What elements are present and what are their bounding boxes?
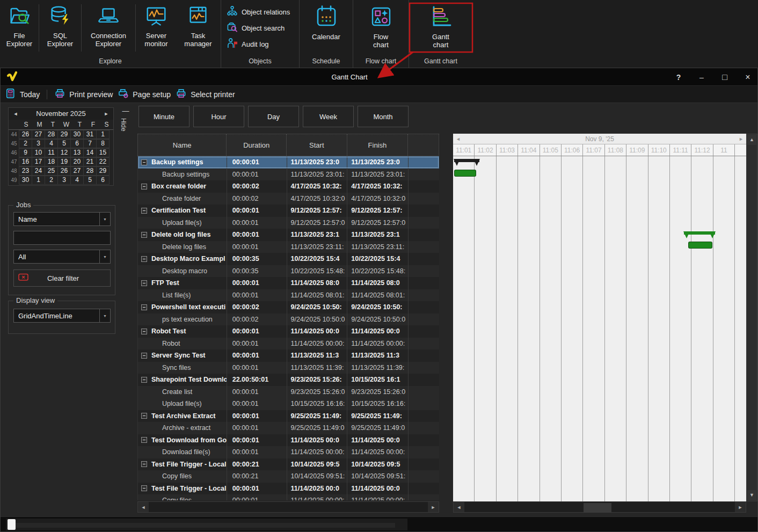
scroll-left-icon[interactable]: ◄ — [138, 502, 149, 512]
calendar-day-cell[interactable]: 1 — [96, 130, 110, 139]
calendar-day-cell[interactable]: 23 — [19, 166, 32, 176]
calendar-day-cell[interactable]: 16 — [19, 157, 32, 166]
calendar-day-cell[interactable]: 4 — [70, 176, 84, 185]
calendar-day-cell[interactable]: 27 — [70, 166, 84, 176]
table-row[interactable]: ps text execution00:00:029/24/2025 10:50… — [138, 314, 439, 326]
gantt-summary-bar[interactable] — [454, 159, 479, 166]
collapse-icon[interactable] — [141, 256, 147, 262]
collapse-icon[interactable] — [141, 329, 147, 334]
calendar-day-cell[interactable]: 27 — [32, 130, 45, 139]
collapse-icon[interactable] — [141, 413, 147, 419]
table-row[interactable]: Test File Trigger - Local00:00:0111/14/2… — [138, 483, 439, 495]
calendar-day-cell[interactable]: 18 — [45, 157, 58, 166]
scroll-left-icon[interactable]: ◄ — [454, 502, 464, 512]
calendar-day-cell[interactable]: 22 — [96, 157, 110, 166]
table-row[interactable]: Download file(s)00:00:0111/14/2025 00:00… — [138, 446, 439, 458]
table-row[interactable]: Create folder00:00:024/17/2025 10:32:04/… — [138, 193, 439, 205]
table-row[interactable]: Create list00:00:019/23/2025 15:26:09/23… — [138, 386, 439, 398]
table-row[interactable]: Upload file(s)00:00:019/12/2025 12:57:09… — [138, 217, 439, 229]
scroll-right-icon[interactable]: ► — [428, 502, 439, 512]
timeline-next-icon[interactable]: ► — [739, 134, 744, 144]
collapse-icon[interactable] — [141, 461, 147, 467]
calendar-day-cell[interactable]: 28 — [45, 130, 58, 139]
scale-button-day[interactable]: Day — [248, 106, 299, 127]
calendar-day-cell[interactable]: 12 — [57, 148, 71, 157]
file-explorer-button[interactable]: File Explorer — [0, 2, 39, 54]
calendar-day-cell[interactable]: 2 — [19, 139, 32, 148]
calendar-day-cell[interactable]: 5 — [57, 139, 71, 148]
timeline-prev-icon[interactable]: ◄ — [456, 134, 461, 144]
calendar-day-cell[interactable]: 26 — [57, 166, 71, 176]
table-row[interactable]: Robot00:00:0111/14/2025 00:00:11/14/2025… — [138, 338, 439, 350]
calendar-day-cell[interactable]: 20 — [70, 157, 84, 166]
hide-panel-tab[interactable]: — Hide — [120, 107, 132, 140]
table-row[interactable]: Delete old log files00:00:0111/13/2025 2… — [138, 229, 439, 241]
scroll-thumb[interactable] — [584, 503, 611, 512]
calendar-day-cell[interactable]: 4 — [45, 139, 58, 148]
calendar-day-cell[interactable]: 31 — [83, 130, 97, 139]
flow-chart-button[interactable]: Flow chart — [355, 2, 407, 54]
table-row[interactable]: Box create folder00:00:024/17/2025 10:32… — [138, 180, 439, 193]
calendar-day-cell[interactable]: 7 — [83, 139, 97, 148]
scale-button-minute[interactable]: Minute — [139, 106, 190, 127]
calendar-next-icon[interactable]: ► — [101, 108, 111, 120]
calendar-day-cell[interactable]: 10 — [32, 148, 45, 157]
calendar-day-cell[interactable]: 14 — [83, 148, 97, 157]
jobs-search-input[interactable] — [13, 231, 111, 245]
calendar-day-cell[interactable]: 6 — [70, 139, 84, 148]
table-row[interactable]: Sync files00:00:0111/13/2025 11:39:11/13… — [138, 362, 439, 374]
table-row[interactable]: Test File Trigger - Local00:00:2110/14/2… — [138, 458, 439, 471]
connection-explorer-button[interactable]: Connection Explorer — [82, 2, 135, 54]
collapse-icon[interactable] — [141, 353, 147, 359]
calendar-day-cell[interactable]: 21 — [83, 157, 97, 166]
collapse-icon[interactable] — [141, 280, 147, 286]
gantt-vertical-scrollbar[interactable]: ▲ ▼ — [746, 134, 757, 501]
table-row[interactable]: Backup settings00:00:0111/13/2025 23:011… — [138, 156, 439, 169]
calendar-day-cell[interactable]: 8 — [96, 139, 110, 148]
gantt-task-bar[interactable] — [688, 242, 712, 249]
clear-filter-button[interactable]: Clear filter — [13, 269, 111, 287]
table-row[interactable]: Archive - extract00:00:019/25/2025 11:49… — [138, 422, 439, 434]
collapse-icon[interactable] — [141, 159, 147, 165]
gantt-task-bar[interactable] — [454, 170, 476, 177]
column-header-start[interactable]: Start — [287, 134, 347, 156]
calendar-day-cell[interactable]: 2 — [45, 176, 58, 185]
calendar-day-cell[interactable]: 13 — [70, 148, 84, 157]
table-row[interactable]: Test Download from Go00:00:0111/14/2025 … — [138, 434, 439, 447]
table-row[interactable]: Robot Test00:00:0111/14/2025 00:011/14/2… — [138, 325, 439, 338]
scroll-thumb[interactable] — [8, 519, 16, 530]
table-row[interactable]: Copy files00:00:0111/14/2025 00:00:11/14… — [138, 494, 439, 500]
display-view-dropdown[interactable]: GridAndTimeLine ▼ — [13, 309, 111, 323]
collapse-icon[interactable] — [141, 437, 147, 443]
calendar-day-cell[interactable]: 6 — [96, 176, 110, 185]
table-row[interactable]: Desktop Macro Exampl00:00:3510/22/2025 1… — [138, 253, 439, 265]
bottom-scrollbar[interactable] — [6, 519, 407, 530]
calendar-day-cell[interactable]: 3 — [32, 139, 45, 148]
collapse-icon[interactable] — [141, 184, 147, 190]
help-button[interactable]: ? — [674, 73, 683, 82]
close-button[interactable]: × — [744, 72, 752, 82]
maximize-button[interactable]: □ — [720, 72, 729, 82]
collapse-icon[interactable] — [141, 232, 147, 238]
select-printer-button[interactable]: Select printer — [176, 88, 235, 101]
calendar-day-cell[interactable]: 11 — [45, 148, 58, 157]
scale-button-hour[interactable]: Hour — [193, 106, 244, 127]
calendar-prev-icon[interactable]: ◄ — [11, 108, 20, 120]
gantt-summary-bar[interactable] — [684, 231, 715, 238]
table-row[interactable]: Upload file(s)00:00:0110/15/2025 16:16:1… — [138, 398, 439, 410]
collapse-icon[interactable] — [141, 485, 147, 491]
calendar-day-cell[interactable]: 30 — [19, 176, 32, 185]
table-row[interactable]: Test Archive Extract00:00:019/25/2025 11… — [138, 410, 439, 422]
gantt-horizontal-scrollbar[interactable]: ◄ ► — [453, 501, 746, 513]
calendar-day-cell[interactable]: 24 — [32, 166, 45, 176]
table-row[interactable]: Sharepoint Test Downlo22.00:50:019/23/20… — [138, 374, 439, 386]
table-row[interactable]: FTP Test00:00:0111/14/2025 08:011/14/202… — [138, 277, 439, 289]
collapse-icon[interactable] — [141, 377, 147, 383]
audit-log-button[interactable]: Audit log — [221, 37, 299, 53]
gantt-chart-area[interactable] — [453, 156, 746, 501]
table-row[interactable]: Desktop macro00:00:3510/22/2025 15:48:10… — [138, 265, 439, 278]
calendar-day-cell[interactable]: 25 — [45, 166, 58, 176]
object-search-button[interactable]: Object search — [221, 20, 299, 37]
calendar-day-cell[interactable]: 15 — [96, 148, 110, 157]
collapse-icon[interactable]: — — [120, 107, 132, 115]
